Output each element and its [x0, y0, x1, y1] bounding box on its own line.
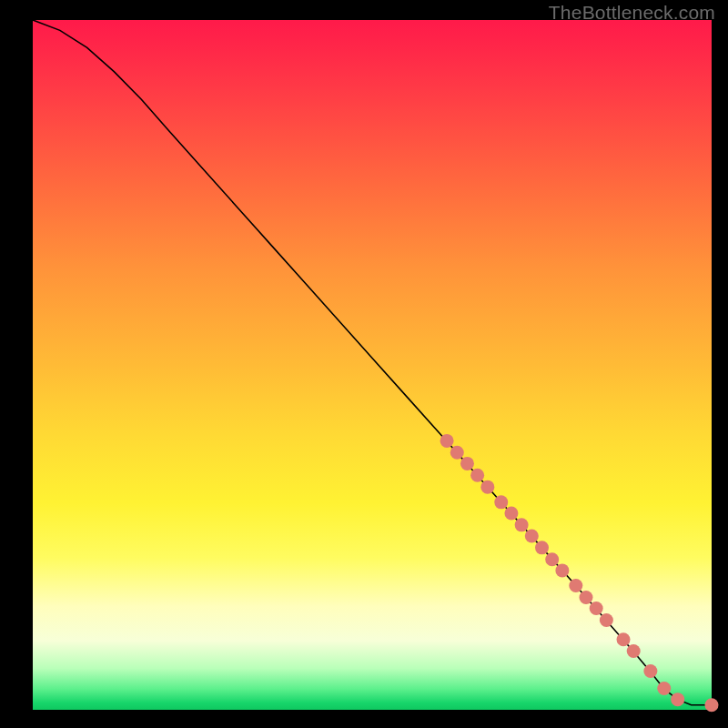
scatter-dot	[494, 495, 508, 509]
plot-overlay	[33, 20, 712, 710]
scatter-dot	[460, 457, 474, 470]
scatter-dot	[515, 518, 529, 531]
scatter-dot	[450, 446, 464, 460]
scatter-dot	[555, 563, 569, 577]
scatter-dot	[600, 613, 613, 627]
scatter-dot	[504, 506, 518, 520]
scatter-dot	[617, 632, 631, 646]
scatter-dot	[627, 644, 641, 658]
chart-stage: TheBottleneck.com	[0, 0, 728, 728]
scatter-dot	[480, 480, 494, 494]
scatter-dot	[440, 434, 454, 448]
main-curve	[33, 20, 712, 705]
scatter-dot	[705, 698, 719, 712]
scatter-dot	[671, 693, 684, 706]
scatter-dot	[525, 529, 539, 542]
scatter-dot	[535, 541, 549, 554]
scatter-dot	[590, 602, 603, 615]
scatter-dot	[545, 552, 559, 566]
scatter-dot	[643, 664, 657, 678]
scatter-group	[440, 434, 719, 712]
scatter-dot	[579, 591, 592, 604]
scatter-dot	[569, 579, 582, 592]
scatter-dot	[470, 469, 484, 482]
scatter-dot	[657, 682, 671, 695]
